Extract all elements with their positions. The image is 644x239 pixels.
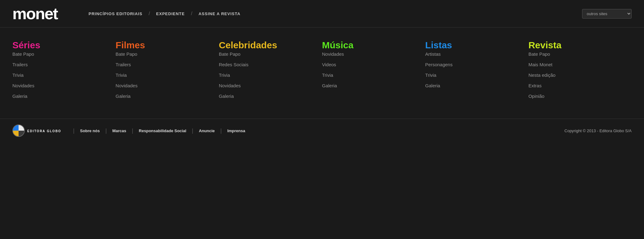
musica-galeria[interactable]: Galeria	[322, 83, 337, 88]
listas-galeria[interactable]: Galeria	[425, 83, 440, 88]
outros-sites-select[interactable]: outros sites	[582, 9, 632, 19]
series-title[interactable]: Séries	[12, 40, 40, 50]
footer-logo: EDITORA GLOBO	[12, 124, 61, 137]
list-item: Opinião	[529, 93, 632, 100]
filmes-galeria[interactable]: Galeria	[115, 93, 130, 99]
list-item: Mais Monet	[529, 61, 632, 68]
list-item: Bate Papo	[219, 50, 322, 58]
revista-nesta-edicao[interactable]: Nesta edição	[529, 72, 556, 78]
list-item: Novidades	[115, 82, 219, 89]
list-item: Bate Papo	[529, 50, 632, 58]
celeb-galeria[interactable]: Galeria	[219, 93, 234, 99]
list-item: Trailers	[12, 61, 115, 68]
footer-responsabilidade-social[interactable]: Responsabilidade Social	[139, 128, 186, 133]
list-item: Galeria	[115, 93, 219, 100]
editora-label: EDITORA GLOBO	[27, 129, 61, 133]
revista-title[interactable]: Revista	[529, 40, 562, 50]
footer-sep-1: |	[73, 128, 75, 134]
musica-title[interactable]: Música	[322, 40, 354, 50]
footer-anuncie[interactable]: Anuncie	[199, 128, 215, 133]
nav-assine[interactable]: ASSINE A REVISTA	[192, 11, 246, 16]
list-item: Artistas	[425, 50, 528, 58]
listas-trivia[interactable]: Trivia	[425, 72, 436, 78]
column-filmes: Filmes Bate Papo Trailers Trivia Novidad…	[115, 40, 219, 103]
series-novidades[interactable]: Novidades	[12, 83, 34, 88]
musica-list: Novidades Videos Trivia Galeria	[322, 50, 425, 89]
revista-extras[interactable]: Extras	[529, 83, 542, 88]
footer-sep-2: |	[105, 128, 107, 134]
list-item: Nesta edição	[529, 72, 632, 79]
filmes-title[interactable]: Filmes	[115, 40, 145, 50]
list-item: Bate Papo	[12, 50, 115, 58]
series-bate-papo[interactable]: Bate Papo	[12, 51, 34, 57]
header: monet PRINCÍPIOS EDITORIAIS / EXPEDIENTE…	[0, 0, 644, 27]
footer-sep-5: |	[220, 128, 222, 134]
footer-marcas[interactable]: Marcas	[112, 128, 126, 133]
list-item: Novidades	[219, 82, 322, 89]
list-item: Personagens	[425, 61, 528, 68]
musica-novidades[interactable]: Novidades	[322, 51, 344, 57]
list-item: Trivia	[322, 72, 425, 79]
filmes-bate-papo[interactable]: Bate Papo	[115, 51, 137, 57]
series-list: Bate Papo Trailers Trivia Novidades Gale…	[12, 50, 115, 100]
celeb-trivia[interactable]: Trivia	[219, 72, 230, 78]
footer-sep-3: |	[132, 128, 133, 134]
nav-principios[interactable]: PRINCÍPIOS EDITORIAIS	[82, 11, 149, 16]
list-item: Galeria	[322, 82, 425, 89]
list-item: Novidades	[12, 82, 115, 89]
nav-expediente[interactable]: EXPEDIENTE	[150, 11, 191, 16]
filmes-list: Bate Papo Trailers Trivia Novidades Gale…	[115, 50, 219, 100]
filmes-trailers[interactable]: Trailers	[115, 62, 131, 67]
filmes-novidades[interactable]: Novidades	[115, 83, 137, 88]
list-item: Redes Sociais	[219, 61, 322, 68]
list-item: Galeria	[12, 93, 115, 100]
list-item: Trivia	[219, 72, 322, 79]
celeb-redes-sociais[interactable]: Redes Sociais	[219, 62, 249, 67]
column-listas: Listas Artistas Personagens Trivia Galer…	[425, 40, 528, 103]
series-galeria[interactable]: Galeria	[12, 93, 27, 99]
revista-bate-papo[interactable]: Bate Papo	[529, 51, 550, 57]
footer-sobre-nos[interactable]: Sobre nós	[80, 128, 100, 133]
editora-globo-text: EDITORA GLOBO	[27, 128, 61, 133]
editora-globo-icon	[12, 124, 25, 137]
listas-personagens[interactable]: Personagens	[425, 62, 452, 67]
listas-artistas[interactable]: Artistas	[425, 51, 441, 57]
outros-sites-wrapper: outros sites	[582, 9, 632, 19]
column-celebridades: Celebridades Bate Papo Redes Sociais Tri…	[219, 40, 322, 103]
logo: monet	[12, 6, 58, 22]
celebridades-title[interactable]: Celebridades	[219, 40, 277, 50]
list-item: Extras	[529, 82, 632, 89]
list-item: Trailers	[115, 61, 219, 68]
list-item: Novidades	[322, 50, 425, 58]
column-revista: Revista Bate Papo Mais Monet Nesta ediçã…	[529, 40, 632, 103]
revista-opiniao[interactable]: Opinião	[529, 93, 545, 99]
listas-title[interactable]: Listas	[425, 40, 452, 50]
list-item: Trivia	[115, 72, 219, 79]
series-trivia[interactable]: Trivia	[12, 72, 24, 78]
list-item: Trivia	[12, 72, 115, 79]
list-item: Trivia	[425, 72, 528, 79]
list-item: Bate Papo	[115, 50, 219, 58]
celebridades-list: Bate Papo Redes Sociais Trivia Novidades…	[219, 50, 322, 100]
column-musica: Música Novidades Videos Trivia Galeria	[322, 40, 425, 103]
header-nav: PRINCÍPIOS EDITORIAIS / EXPEDIENTE / ASS…	[82, 9, 632, 19]
musica-videos[interactable]: Videos	[322, 62, 336, 67]
listas-list: Artistas Personagens Trivia Galeria	[425, 50, 528, 89]
list-item: Galeria	[425, 82, 528, 89]
main-nav: Séries Bate Papo Trailers Trivia Novidad…	[0, 37, 644, 115]
revista-list: Bate Papo Mais Monet Nesta edição Extras…	[529, 50, 632, 100]
celeb-bate-papo[interactable]: Bate Papo	[219, 51, 241, 57]
footer-sep-4: |	[192, 128, 194, 134]
header-divider	[0, 27, 644, 28]
footer-copyright: Copyright © 2013 - Editora Globo S/A	[564, 128, 632, 133]
revista-mais-monet[interactable]: Mais Monet	[529, 62, 553, 67]
footer: EDITORA GLOBO | Sobre nós | Marcas | Res…	[0, 119, 644, 142]
filmes-trivia[interactable]: Trivia	[115, 72, 127, 78]
celeb-novidades[interactable]: Novidades	[219, 83, 241, 88]
list-item: Galeria	[219, 93, 322, 100]
column-series: Séries Bate Papo Trailers Trivia Novidad…	[12, 40, 115, 103]
footer-imprensa[interactable]: Imprensa	[227, 128, 245, 133]
series-trailers[interactable]: Trailers	[12, 62, 28, 67]
musica-trivia[interactable]: Trivia	[322, 72, 333, 78]
list-item: Videos	[322, 61, 425, 68]
